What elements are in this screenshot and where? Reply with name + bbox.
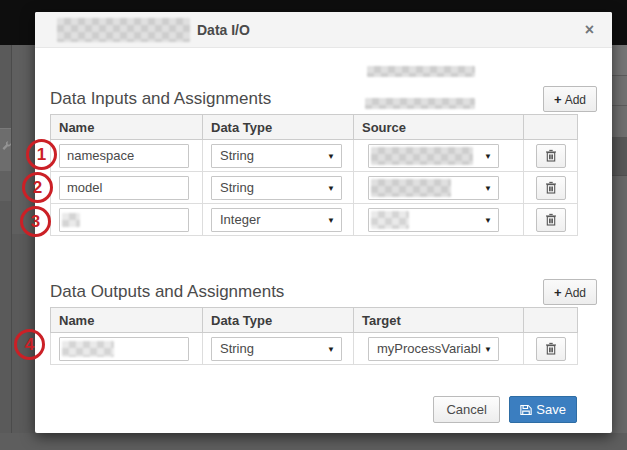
redacted-name-value bbox=[62, 213, 80, 227]
input-datatype-select[interactable]: Integer▼ bbox=[211, 208, 342, 232]
table-row: String▼ ▼ bbox=[51, 140, 578, 172]
input-datatype-select[interactable]: String▼ bbox=[211, 144, 342, 168]
annotation-circle-4: 4 bbox=[14, 329, 45, 360]
input-datatype-select[interactable]: String▼ bbox=[211, 176, 342, 200]
add-output-button[interactable]: +Add bbox=[543, 279, 597, 305]
select-value: String bbox=[220, 148, 254, 163]
column-header-name: Name bbox=[51, 115, 203, 140]
delete-row-button[interactable] bbox=[536, 176, 566, 200]
trash-icon bbox=[545, 213, 557, 226]
input-name-field[interactable] bbox=[59, 176, 189, 200]
column-header-actions bbox=[524, 115, 578, 140]
table-row: String▼ ▼ bbox=[51, 172, 578, 204]
chevron-down-icon: ▼ bbox=[484, 178, 492, 200]
wrench-icon bbox=[1, 140, 11, 152]
add-input-button[interactable]: +Add bbox=[543, 86, 597, 112]
data-outputs-table: Name Data Type Target String▼ myProcessV… bbox=[50, 307, 578, 365]
delete-row-button[interactable] bbox=[536, 208, 566, 232]
backdrop-right-row bbox=[612, 45, 627, 76]
chevron-down-icon: ▼ bbox=[484, 339, 492, 361]
add-button-label: Add bbox=[565, 286, 586, 300]
redacted-source-value bbox=[365, 98, 475, 109]
backdrop-bottom-band bbox=[0, 433, 627, 450]
outputs-section-title: Data Outputs and Assignments bbox=[50, 279, 284, 305]
chevron-down-icon: ▼ bbox=[327, 210, 335, 232]
input-source-select[interactable]: ▼ bbox=[368, 144, 499, 168]
inputs-section-header: Data Inputs and Assignments +Add bbox=[50, 86, 597, 112]
chevron-down-icon: ▼ bbox=[484, 210, 492, 232]
redacted-source-value bbox=[367, 66, 475, 77]
input-source-select[interactable]: ▼ bbox=[368, 176, 499, 200]
dialog-body: Data Inputs and Assignments +Add Name Da… bbox=[35, 48, 612, 423]
chevron-down-icon: ▼ bbox=[484, 146, 492, 168]
outputs-section-header: Data Outputs and Assignments +Add bbox=[50, 279, 597, 305]
output-target-select[interactable]: myProcessVariabl▼ bbox=[368, 337, 499, 361]
data-io-dialog: Data I/O × Data Inputs and Assignments +… bbox=[35, 12, 612, 433]
close-icon[interactable]: × bbox=[581, 20, 598, 40]
backdrop-divider bbox=[11, 44, 12, 434]
backdrop-right-row bbox=[612, 76, 627, 106]
redacted-source-value bbox=[371, 179, 451, 197]
select-value: String bbox=[220, 341, 254, 356]
add-button-label: Add bbox=[565, 93, 586, 107]
backdrop-right-row bbox=[612, 106, 627, 138]
redacted-name-value bbox=[62, 341, 114, 357]
save-button-label: Save bbox=[536, 402, 566, 417]
plus-icon: + bbox=[554, 285, 562, 300]
table-row: Integer▼ ▼ bbox=[51, 204, 578, 236]
chevron-down-icon: ▼ bbox=[327, 146, 335, 168]
dialog-title: Data I/O bbox=[197, 22, 250, 38]
delete-row-button[interactable] bbox=[536, 337, 566, 361]
save-button[interactable]: Save bbox=[509, 396, 577, 423]
cancel-button[interactable]: Cancel bbox=[433, 396, 499, 423]
column-header-type: Data Type bbox=[203, 308, 354, 333]
table-header-row: Name Data Type Source bbox=[51, 115, 578, 140]
table-row: String▼ myProcessVariabl▼ bbox=[51, 333, 578, 365]
data-inputs-table: Name Data Type Source String▼ ▼ String▼ … bbox=[50, 114, 578, 236]
column-header-actions bbox=[524, 308, 578, 333]
dialog-header: Data I/O × bbox=[35, 12, 612, 48]
annotation-circle-3: 3 bbox=[20, 206, 51, 237]
plus-icon: + bbox=[554, 92, 562, 107]
dialog-footer: Cancel Save bbox=[50, 396, 597, 423]
floppy-disk-icon bbox=[520, 404, 532, 416]
redacted-source-value bbox=[371, 147, 473, 165]
select-value: myProcessVariabl bbox=[377, 341, 481, 356]
select-value: Integer bbox=[220, 212, 260, 227]
redacted-node-name bbox=[57, 18, 190, 42]
column-header-target: Target bbox=[354, 308, 524, 333]
delete-row-button[interactable] bbox=[536, 144, 566, 168]
redacted-source-value bbox=[371, 211, 409, 229]
column-header-source: Source bbox=[354, 115, 524, 140]
trash-icon bbox=[545, 342, 557, 355]
chevron-down-icon: ▼ bbox=[327, 178, 335, 200]
input-name-field[interactable] bbox=[59, 144, 189, 168]
annotation-circle-1: 1 bbox=[26, 139, 57, 170]
backdrop-toolbar-button bbox=[0, 171, 11, 201]
chevron-down-icon: ▼ bbox=[327, 339, 335, 361]
inputs-section-title: Data Inputs and Assignments bbox=[50, 86, 271, 112]
trash-icon bbox=[545, 181, 557, 194]
input-source-select[interactable]: ▼ bbox=[368, 208, 499, 232]
output-datatype-select[interactable]: String▼ bbox=[211, 337, 342, 361]
table-header-row: Name Data Type Target bbox=[51, 308, 578, 333]
annotation-circle-2: 2 bbox=[22, 172, 53, 203]
trash-icon bbox=[545, 149, 557, 162]
column-header-name: Name bbox=[51, 308, 203, 333]
column-header-type: Data Type bbox=[203, 115, 354, 140]
select-value: String bbox=[220, 180, 254, 195]
backdrop-right-row bbox=[612, 138, 627, 176]
